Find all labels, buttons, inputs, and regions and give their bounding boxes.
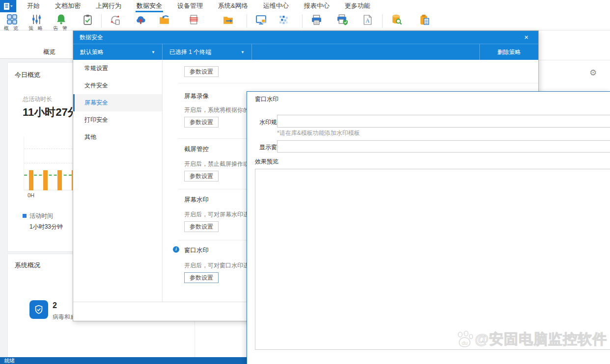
dialog-menu-bar: 默认策略 ▼ 已选择 1 个终端 ▼ 删除策略 [73,44,538,60]
total-activity-label: 总活动时长 [23,95,52,104]
display-window-input[interactable] [277,140,610,153]
system-card-title: 系统概况 [15,261,40,270]
tab-system-network[interactable]: 系统&网络 [217,0,249,12]
screen-image-button[interactable] [252,14,270,26]
audit-button[interactable] [79,14,96,26]
toolbar-separator [302,14,303,28]
legend-value: 1小时33分钟 [29,223,63,231]
section-title-screenshot-control: 截屏管控 [184,145,209,154]
overview-button[interactable]: 概 览 [3,13,21,32]
sync-button[interactable] [106,14,124,26]
delete-policy-button[interactable]: 删除策略 [480,44,538,60]
cloud-upload-button[interactable] [132,14,149,26]
svg-text:du: du [462,340,468,346]
folder-export-icon [222,14,234,26]
folder-restore-icon [158,14,170,26]
ribbon-tabs: 开始 文档加密 上网行为 数据安全 设备管理 系统&网络 运维中心 报表中心 更… [26,0,385,12]
chart-axis-tick: 0H [28,192,34,198]
db-search-button[interactable] [388,14,405,26]
doc-letter-button[interactable]: A [359,14,376,26]
dialog-sidebar: 常规设置 文件安全 屏幕安全 打印安全 其他 [73,60,163,302]
watermark-text: @安固电脑监控软件 [475,330,607,349]
printer-shield-icon [336,14,349,26]
tab-web-behavior[interactable]: 上网行为 [95,0,122,12]
doc-scan-button[interactable] [185,14,202,26]
section-title-screen-watermark: 屏幕水印 [184,196,209,204]
svg-text:A: A [365,18,370,24]
param-settings-button[interactable]: 参数设置 [184,272,219,283]
paw-badge-icon: du [455,331,475,348]
ribbon-tab-bar: 开始 文档加密 上网行为 数据安全 设备管理 系统&网络 运维中心 报表中心 更… [0,0,610,12]
virus-threat-count: 2 [53,301,57,310]
window-watermark-dialog: 窗口水印 水印规则： *请在库&模板功能添加水印模板 显示窗口： 效果预览 du… [247,91,610,364]
screen-image-icon [255,14,267,26]
db-search-icon [390,14,403,26]
gear-icon[interactable]: ⚙ [589,68,597,78]
section-desc-screen-watermark: 开启后，可对屏幕水印进行 [184,210,255,219]
chart-bar [29,170,33,190]
panel-divider [539,60,610,60]
sync-doc-icon [109,14,121,26]
sidebar-item-print-security[interactable]: 打印安全 [73,111,162,129]
section-divider [178,83,538,83]
site-watermark: du @安固电脑监控软件 [455,330,607,349]
alert-button[interactable]: 告 警 [52,13,70,32]
clipboard-doc-button[interactable] [416,14,433,26]
doc-letter-icon: A [361,14,374,26]
sidebar-item-screen-security[interactable]: 屏幕安全 [73,94,162,111]
section-title-screen-record: 屏幕录像 [184,92,209,101]
shield-check-icon [33,304,44,315]
toolbar-separator [382,14,383,28]
folder-export-button[interactable] [219,14,237,26]
mosaic-button[interactable] [275,14,292,26]
today-card-title: 今日概览 [15,71,40,79]
tab-device-mgmt[interactable]: 设备管理 [176,0,204,12]
printer-shield-button[interactable] [333,14,351,26]
virus-shield-tile[interactable] [29,300,48,319]
sidebar-item-file-security[interactable]: 文件安全 [73,77,162,94]
info-icon: i [173,246,179,253]
close-icon[interactable]: × [514,31,538,44]
toolbar-separator [101,14,102,28]
section-desc-screen-record: 开启后，系统将根据你的设 [184,106,255,114]
tab-more-features[interactable]: 更多功能 [344,0,371,12]
printer-button[interactable] [307,14,325,26]
chart-bar [43,170,48,190]
dialog-title-bar: 数据安全 × [73,31,538,44]
watermark-dialog-title: 窗口水印 [255,95,278,104]
app-menu-icon [3,2,13,10]
terminal-dropdown[interactable]: 已选择 1 个终端 ▼ [163,44,252,60]
app-menu-button[interactable] [0,0,16,12]
terminal-dropdown-label: 已选择 1 个终端 [163,48,234,56]
policy-dropdown[interactable]: 默认策略 ▼ [73,44,163,60]
policy-dropdown-label: 默认策略 [73,48,144,56]
section-desc-window-watermark: 开启后，可对窗口水印进行 [184,261,255,270]
toolbar-separator [247,14,247,28]
sidebar-item-other[interactable]: 其他 [73,129,162,146]
effect-preview-area: du @安固电脑监控软件 [255,169,610,350]
view-tab-strip: 概览 [0,30,73,59]
cloud-upload-icon [135,14,147,26]
rule-input[interactable] [277,115,610,128]
menu-bar-spacer [252,44,480,60]
tab-report-center[interactable]: 报表中心 [303,0,331,12]
param-settings-button[interactable]: 参数设置 [184,221,219,232]
chevron-down-icon: ▼ [144,50,162,54]
legend-swatch [23,214,27,218]
policy-button[interactable]: 策 略 [28,13,45,32]
printer-icon [310,14,323,26]
param-settings-button[interactable]: 参数设置 [184,117,219,128]
tab-doc-encrypt[interactable]: 文档加密 [54,0,82,12]
tab-start[interactable]: 开始 [26,0,41,12]
legend-label: 活动时间 [29,212,53,220]
tab-ops-center[interactable]: 运维中心 [262,0,290,12]
view-tab-overview[interactable]: 概览 [43,48,55,56]
param-settings-button[interactable]: 参数设置 [184,171,219,182]
folder-restore-button[interactable] [155,14,173,26]
tab-data-security[interactable]: 数据安全 [136,0,163,12]
audit-clipboard-icon [82,14,94,26]
overview-grid-icon [6,13,18,26]
section-desc-screenshot-control: 开启后，禁止截屏操作或记 [184,160,255,168]
param-settings-button[interactable]: 参数设置 [184,66,219,77]
sidebar-item-general[interactable]: 常规设置 [73,60,162,77]
